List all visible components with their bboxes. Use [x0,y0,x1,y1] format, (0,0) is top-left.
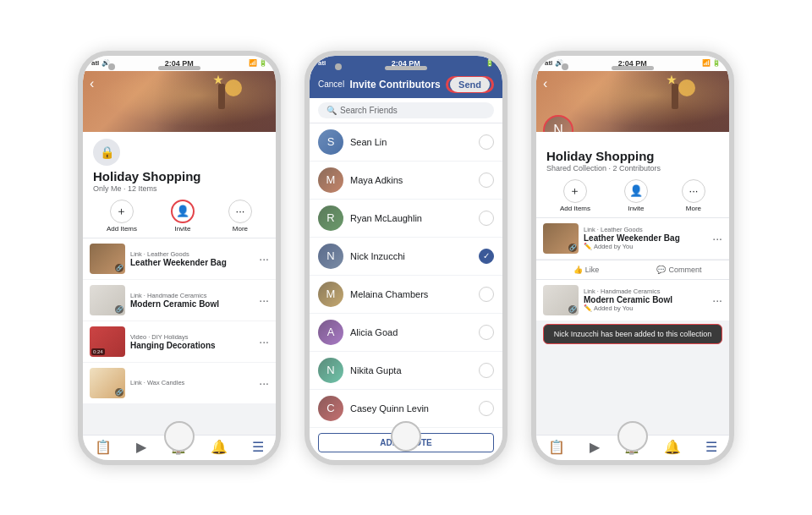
phone-2-nav-bar: Cancel Invite Contributors Send [310,71,502,98]
phone-1-tab-3[interactable]: 🔔 [211,439,228,455]
phone-2-avatar-5: A [318,320,343,345]
phone-1-link-badge-1: 🔗 [115,305,123,314]
phone-1-battery: 📶 🔋 [249,59,267,67]
phone-3-comment-btn[interactable]: 💬 Comment [636,263,722,277]
phone-1-more-2[interactable]: ··· [259,335,269,348]
phone-1-link-badge-0: 🔗 [115,264,123,272]
phone-1-tab-4[interactable]: ☰ [252,439,264,455]
phone-3-more-label: More [686,205,701,212]
phone-3-added-text-1: Added by You [594,304,633,312]
phone-2-speaker [385,66,427,70]
phone-1-add-items-btn[interactable]: ＋ Add Items [107,200,137,233]
phone-2-friend-0[interactable]: S Sean Lin [310,123,502,162]
phone-1-more-icon: ··· [228,200,252,223]
phone-1-speaker [158,66,200,70]
phone-2-send-btn[interactable]: Send [450,77,490,92]
phone-3-link-badge-0: 🔗 [568,244,577,252]
phone-2-friend-3[interactable]: N Nick Inzucchi ✓ [310,238,502,276]
phone-2-cancel-btn[interactable]: Cancel [318,79,344,89]
phone-3-comment-label: Comment [668,266,701,274]
phone-1-more-label: More [233,225,248,233]
phone-3-tab-0[interactable]: 📋 [548,439,565,455]
phone-2-search-input[interactable]: 🔍 Search Friends [318,102,494,118]
phone-2-search-icon: 🔍 [326,106,337,115]
phone-2-search-bar: 🔍 Search Friends [310,98,502,123]
phone-2-check-3[interactable]: ✓ [479,249,494,264]
phone-1-meta-2: Video · DIY Holidays Hanging Decorations [130,333,254,350]
phone-2-avatar-6: N [318,358,343,383]
phone-3-home-btn[interactable] [617,421,648,452]
phone-1-more-1[interactable]: ··· [259,293,269,307]
phone-1-more-0[interactable]: ··· [259,252,269,266]
phone-1-invite-btn[interactable]: 👤 Invite [171,200,195,233]
phone-1-more-3[interactable]: ··· [259,376,269,390]
phone-2-check-5[interactable] [479,325,494,340]
phone-1-home-btn[interactable] [164,421,195,452]
phone-3-more-0[interactable]: ··· [712,232,722,245]
phone-3-tab-3[interactable]: 🔔 [664,439,681,455]
phone-3-invite-icon: 👤 [624,179,648,203]
phone-3-add-icon: ＋ [563,179,587,203]
phone-3-toast: Nick Inzucchi has been added to this col… [543,324,722,344]
phone-2-check-7[interactable] [479,401,494,416]
phone-3-invite-btn[interactable]: 👤 Invite [624,179,648,212]
phone-2-check-1[interactable] [479,173,494,188]
phone-2-check-6[interactable] [479,363,494,378]
phone-2-carrier: atl [318,59,326,67]
phone-3-like-icon: 👍 [573,266,583,274]
phone-3-actions-row: ＋ Add Items 👤 Invite ··· More [536,176,729,218]
phone-2-check-4[interactable] [479,287,494,302]
phone-2-nav-title: Invite Contributors [344,79,446,90]
phone-1-tab-1[interactable]: ▶ [136,439,146,455]
phone-2-check-0[interactable] [479,134,494,150]
phone-3-back-btn[interactable]: ‹ [543,76,547,91]
phone-2-friend-2[interactable]: R Ryan McLaughlin [310,200,502,238]
phone-3-like-comment-row: 👍 Like 💬 Comment [536,260,729,280]
phone-1-name-1: Modern Ceramic Bowl [130,299,254,309]
phone-3-collection-subtitle: Shared Collection · 2 Contributors [546,164,719,173]
phone-3-battery: 📶 🔋 [702,59,721,67]
phone-1-collection-header: 🔒 Holiday Shopping Only Me · 12 Items [83,132,276,196]
phone-1-tab-0[interactable]: 📋 [95,439,112,455]
phone-2-name-6: Nikita Gupta [350,365,472,375]
phone-1-link-badge-3: 🔗 [115,388,123,397]
phone-3-meta-0: Link · Leather Goods Leather Weekender B… [584,226,707,250]
phone-2-friend-1[interactable]: M Maya Adkins [310,162,502,200]
phone-3-more-1[interactable]: ··· [712,293,722,307]
phone-2-name-7: Casey Quinn Levin [350,403,472,414]
phone-2-avatar-7: C [318,396,343,421]
phone-3-item-0-wrap: 🔗 Link · Leather Goods Leather Weekender… [536,218,729,280]
phone-1-back-btn[interactable]: ‹ [90,76,94,91]
phone-2-friend-4[interactable]: M Melaina Chambers [310,276,502,314]
phone-2-battery: 🔋 [486,59,494,67]
phone-1-item-2: 0:24 Video · DIY Holidays Hanging Decora… [83,321,276,362]
phone-3-tab-4[interactable]: ☰ [705,439,717,455]
phone-2-avatar-3: N [318,244,343,269]
phone-3-tab-1[interactable]: ▶ [590,439,600,455]
phone-1-cat-0: Link · Leather Goods [130,250,254,258]
phone-1-more-btn[interactable]: ··· More [228,200,252,233]
phone-2-check-2[interactable] [479,211,494,226]
phone-1-collection-subtitle: Only Me · 12 Items [93,184,266,193]
phone-1: atl 🔊 2:04 PM 📶 🔋 ‹ 🔒 Holiday Shopping O… [78,51,281,465]
phone-3-like-btn[interactable]: 👍 Like [543,263,629,277]
phone-2-friend-6[interactable]: N Nikita Gupta [310,352,502,390]
phone-1-collection-title: Holiday Shopping [93,169,266,184]
phone-2-name-0: Sean Lin [350,137,472,147]
phone-2-home-btn[interactable] [391,421,421,452]
phone-1-hero: ‹ [83,71,276,132]
phone-2-avatar-2: R [318,205,343,231]
phone-3-item-1: 🔗 Link · Handmade Ceramics Modern Cerami… [536,280,729,321]
phone-3-thumb-0: 🔗 [543,223,579,254]
phone-2-name-3: Nick Inzucchi [350,251,472,261]
phone-1-meta-1: Link · Handmade Ceramics Modern Ceramic … [130,292,254,309]
phone-1-cat-2: Video · DIY Holidays [130,333,254,341]
phone-2-name-4: Melaina Chambers [350,289,472,299]
phone-3-added-text-0: Added by You [594,243,633,250]
phone-3-more-btn[interactable]: ··· More [682,179,705,212]
phone-3-add-items-btn[interactable]: ＋ Add Items [560,179,590,212]
phone-1-item-0: 🔗 Link · Leather Goods Leather Weekender… [83,238,276,279]
phone-2-friend-5[interactable]: A Alicia Goad [310,314,502,352]
phone-2-name-2: Ryan McLaughlin [350,213,472,223]
phone-3-added-1: ✏️ Added by You [584,304,707,312]
